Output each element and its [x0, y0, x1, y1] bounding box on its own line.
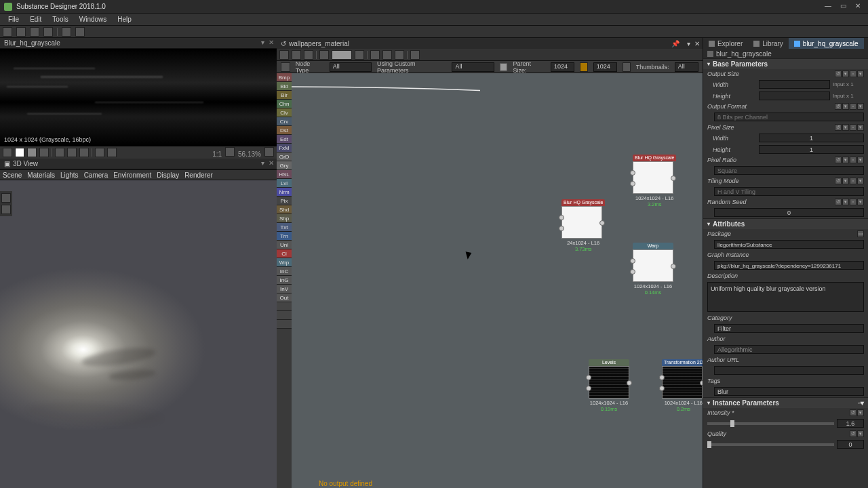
v3d-scene[interactable]: Scene	[3, 171, 22, 179]
palette-Trn[interactable]: Trn	[277, 232, 292, 241]
graph-canvas[interactable]: BmpBldBlrChnClvCrvDstEdtFxMGrDGryHSLLvlN…	[277, 73, 703, 488]
tool-saveall-icon[interactable]	[43, 27, 53, 37]
pkg-icon[interactable]: ▭	[857, 230, 864, 237]
custom-select[interactable]: All	[452, 62, 494, 72]
v3d-display[interactable]: Display	[157, 171, 179, 179]
gt7-icon[interactable]	[370, 50, 380, 60]
port-out[interactable]	[627, 380, 632, 386]
menu-help[interactable]: Help	[112, 14, 137, 24]
port-out[interactable]	[671, 176, 676, 181]
graph-tab[interactable]: wallpapers_material	[289, 40, 349, 47]
node-blurhq2[interactable]: Blur HQ Grayscale 24x1024 - L16 3.73ms	[561, 199, 605, 252]
palette-Cl[interactable]: Cl	[277, 249, 292, 258]
v2d-btn4-icon[interactable]	[39, 148, 49, 157]
graph-dropdown-icon[interactable]: ▾	[687, 40, 690, 47]
menu-file[interactable]: File	[3, 14, 24, 24]
p-ic[interactable]: ▾	[857, 70, 864, 77]
node-header[interactable]: Blur HQ Grayscale	[633, 155, 676, 161]
gt3-icon[interactable]	[304, 50, 313, 60]
node-trans2d[interactable]: Transformation 2D 1024x1024 - L16 0.2ms	[662, 359, 703, 412]
v3d-materials[interactable]: Materials	[27, 171, 55, 179]
node-levels3[interactable]: Levels 1024x1024 - L16 0.19ms	[589, 359, 629, 412]
palette-Bld[interactable]: Bld	[277, 82, 292, 91]
parent-link-icon[interactable]	[580, 62, 588, 72]
palette-Gry[interactable]: Gry	[277, 161, 292, 170]
grp-instparams[interactable]: Instance Parameters▫▾	[703, 397, 868, 408]
node-thumb[interactable]	[633, 161, 673, 194]
palette-blank[interactable]	[277, 320, 292, 329]
palette-InG[interactable]: InG	[277, 276, 292, 285]
port-in2[interactable]	[630, 269, 635, 274]
palette-blank[interactable]	[277, 311, 292, 320]
ginst-field[interactable]: pkg://blur_hq_grayscale?dependency=12992…	[714, 261, 864, 270]
seed-field[interactable]: 0	[714, 208, 864, 217]
package-field[interactable]: llegorithmic/Substance Designer/resource…	[714, 240, 864, 249]
close-button[interactable]: ✕	[852, 2, 864, 12]
palette-Bmp[interactable]: Bmp	[277, 73, 292, 82]
gt1-icon[interactable]	[279, 50, 289, 60]
palette-Shd[interactable]: Shd	[277, 205, 292, 214]
tab-dropdown-icon[interactable]: ▾	[261, 39, 264, 46]
v2d-fit-icon[interactable]	[264, 147, 274, 157]
v2d-btn2-icon[interactable]	[15, 148, 24, 157]
palette-Wrp[interactable]: Wrp	[277, 258, 292, 267]
palette-Edt[interactable]: Edt	[277, 135, 292, 144]
v2d-btn3-icon[interactable]	[27, 148, 37, 157]
view3d-tab[interactable]: 3D View	[13, 160, 38, 167]
pw-field[interactable]: 1	[759, 134, 864, 142]
palette-Out[interactable]: Out	[277, 293, 292, 302]
palette-Blr[interactable]: Blr	[277, 91, 292, 100]
node-blurhq1[interactable]: Blur HQ Grayscale 1024x1024 - L16 3.2ms	[633, 155, 676, 207]
node-warp[interactable]: Warp 1024x1024 - L16 0.14ms	[633, 243, 673, 296]
outfmt-field[interactable]: 8 Bits per Channel	[714, 113, 864, 121]
palette-InV[interactable]: InV	[277, 285, 292, 293]
palette-Dst[interactable]: Dst	[277, 126, 292, 135]
pixratio-field[interactable]: Square	[714, 166, 864, 175]
v2d-btn5-icon[interactable]	[55, 148, 64, 157]
v3d-tool1-icon[interactable]	[1, 193, 11, 203]
palette-InC[interactable]: InC	[277, 267, 292, 276]
port-in[interactable]	[630, 258, 635, 264]
author-field[interactable]: Allegorithmic	[714, 345, 864, 354]
3d-view[interactable]	[0, 180, 277, 488]
palette-Chn[interactable]: Chn	[277, 100, 292, 108]
palette-Lvl[interactable]: Lvl	[277, 179, 292, 188]
port-in[interactable]	[630, 170, 635, 176]
v2d-btn7-icon[interactable]	[79, 148, 89, 157]
2d-view[interactable]: 1024 x 1024 (Grayscale, 16bpc)	[0, 49, 277, 146]
graph-close-icon[interactable]: ✕	[694, 40, 700, 47]
gt9-icon[interactable]	[395, 50, 404, 60]
ph-field[interactable]: 1	[759, 145, 864, 154]
menu-windows[interactable]: Windows	[74, 14, 113, 24]
tool-export-icon[interactable]	[62, 27, 71, 37]
port-in2[interactable]	[586, 386, 591, 391]
gt6-icon[interactable]	[355, 50, 364, 60]
tab-properties[interactable]: blur_hq_grayscale	[789, 38, 864, 49]
port-in2[interactable]	[659, 386, 665, 391]
port-out[interactable]	[700, 380, 703, 386]
tab-explorer[interactable]: Explorer	[703, 38, 748, 49]
p-ic[interactable]: ↺	[835, 70, 842, 77]
parent-size-select[interactable]: 1024	[551, 62, 574, 72]
v3d-environment[interactable]: Environment	[113, 171, 151, 179]
nodetype-select[interactable]: All	[330, 62, 372, 72]
view3d-close-icon[interactable]: ✕	[269, 159, 274, 167]
port-in2[interactable]	[559, 226, 564, 231]
parent-refresh-icon[interactable]	[623, 62, 631, 72]
maximize-button[interactable]: ▭	[837, 2, 849, 12]
tool-undo-icon[interactable]	[75, 27, 85, 37]
port-in[interactable]	[559, 215, 564, 220]
node-thumb[interactable]	[561, 206, 602, 239]
height-field[interactable]	[759, 92, 830, 100]
node-header[interactable]: Warp	[633, 243, 673, 249]
v2d-btn6-icon[interactable]	[67, 148, 77, 157]
quality-slider[interactable]	[707, 443, 834, 446]
tab-library[interactable]: Library	[748, 38, 789, 49]
node-thumb[interactable]	[633, 249, 673, 282]
minimize-button[interactable]: —	[822, 2, 834, 12]
palette-Crv[interactable]: Crv	[277, 117, 292, 126]
parent-check[interactable]	[500, 63, 508, 71]
v3d-camera[interactable]: Camera	[84, 171, 108, 179]
width-field[interactable]	[759, 80, 830, 89]
tool-open-icon[interactable]	[16, 27, 26, 37]
